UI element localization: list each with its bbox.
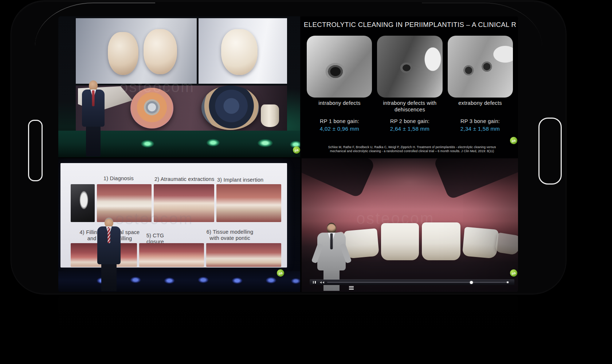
presenter-head [105, 218, 113, 228]
defect-label: intrabony defects [307, 100, 372, 114]
video-tile-clinical-video[interactable]: osteocom os [302, 158, 518, 292]
watermark-text: osteocom [119, 78, 195, 96]
tooth-shape [462, 227, 499, 259]
gain-value: 2,34 ± 1,58 mm [447, 126, 513, 132]
tooth-shape [495, 232, 518, 255]
result-column: intrabony defects with dehiscences RP 2 … [377, 100, 443, 132]
video-player-bar[interactable] [310, 280, 514, 285]
projection-crown-photo-right [199, 18, 287, 84]
slide-title: ELECTROLYTIC CLEANING IN PERIIMPLANTITIS… [304, 21, 516, 29]
slide-photo-implant [216, 184, 281, 222]
presenter-tie [330, 233, 333, 249]
defect-label: extrabony defects [447, 100, 513, 114]
tablet-screen: osteocom os ELECTROLYTIC CLEANING IN PER… [58, 16, 518, 292]
step-label: 3) Implant insertion [217, 177, 263, 183]
osteocom-badge-text: os [278, 270, 283, 275]
video-tile-stage-protocol[interactable]: 1) Diagnosis 2) Atraumatic extractions 3… [58, 158, 300, 292]
ceramic-cylinder-shape [261, 104, 279, 127]
rewind-icon[interactable] [320, 281, 322, 284]
osteocom-badge-text: os [511, 138, 516, 143]
crown-shape [108, 32, 138, 75]
presenter-torso [317, 233, 346, 270]
rewind-icon[interactable] [322, 281, 324, 284]
defect-photo-dehiscence [377, 36, 442, 98]
defect-label: intrabony defects with dehiscences [377, 100, 443, 114]
polishing-disc-dark [201, 86, 259, 130]
presenter-tie [92, 90, 95, 106]
presenter-head [327, 223, 336, 234]
presenter-legs [101, 264, 117, 291]
gain-label: RP 2 bone gain: [377, 118, 443, 124]
citation: Schlee M, Rathe F, Brodbeck U, Radka C, … [307, 145, 517, 153]
citation-line-2: mechanical and electrolytic cleaning - a… [307, 149, 517, 153]
retractor-shadow-left [302, 158, 376, 198]
progress-track[interactable] [327, 282, 509, 283]
slide-photo-xray [71, 184, 95, 222]
crown-shape [144, 29, 177, 74]
table-reflection: osteocom os ELECTROLYTIC CLEANING IN PER… [58, 296, 518, 341]
osteocom-badge: os [509, 136, 518, 145]
step-label-line: with ovate pontic [203, 235, 257, 241]
step-label: 6) Tissue modelling with ovate pontic [203, 229, 257, 241]
step-label-line: 6) Tissue modelling [203, 229, 257, 235]
presenter-head [89, 80, 98, 91]
presenter-tie [108, 227, 110, 243]
gain-label: RP 1 bone gain: [307, 118, 372, 124]
player-settings-dot[interactable] [507, 281, 509, 283]
result-column: extrabony defects RP 3 bone gain: 2,34 ±… [447, 100, 513, 132]
osteocom-badge-text: os [511, 270, 516, 275]
citation-line-1: Schlee M, Rathe F, Brodbeck U, Radka C, … [307, 145, 517, 149]
presenter-figure [79, 80, 108, 157]
step-label: 1) Diagnosis [103, 175, 134, 182]
result-column: intrabony defects RP 1 bone gain: 4,02 ±… [307, 100, 372, 132]
retractor-shadow-right [433, 158, 518, 200]
reflection-content: osteocom os ELECTROLYTIC CLEANING IN PER… [58, 296, 518, 341]
osteocom-badge-text: os [294, 147, 299, 152]
defect-photo-extrabony [448, 36, 513, 98]
crown-shape [221, 29, 258, 75]
pause-button-icon[interactable] [313, 281, 316, 284]
defect-photo-intrabony [307, 36, 372, 98]
tooth-shape [422, 222, 460, 260]
slide-photo-ctg [139, 243, 204, 267]
defect-photo-row [307, 36, 513, 98]
projection-crown-photo-left [76, 18, 197, 84]
tooth-shape [381, 223, 419, 260]
left-bezel-cutout [28, 120, 43, 181]
presenter-torso [82, 90, 105, 127]
presenter-torso [97, 226, 121, 264]
presenter-figure [93, 218, 125, 292]
playlist-icon[interactable] [349, 286, 354, 290]
slide-photo-pontic [206, 243, 281, 267]
video-tile-slide-rct[interactable]: ELECTROLYTIC CLEANING IN PERIIMPLANTITIS… [302, 16, 518, 157]
presenter-legs [86, 126, 101, 157]
gain-value: 4,02 ± 0,96 mm [307, 126, 372, 132]
step-label: 2) Atraumatic extractions [154, 176, 215, 182]
gain-value: 2,64 ± 1,58 mm [377, 126, 443, 132]
playhead-dot[interactable] [470, 281, 473, 284]
watermark-text: osteocom [115, 210, 193, 228]
video-tile-stage-crowns[interactable]: osteocom os [58, 16, 300, 157]
tablet-device: osteocom os ELECTROLYTIC CLEANING IN PER… [11, 1, 566, 294]
watermark-text: osteocom [356, 209, 435, 228]
scene-background: osteocom os ELECTROLYTIC CLEANING IN PER… [0, 0, 612, 364]
gain-label: RP 3 bone gain: [447, 118, 513, 124]
right-bezel-cutout [538, 118, 562, 185]
